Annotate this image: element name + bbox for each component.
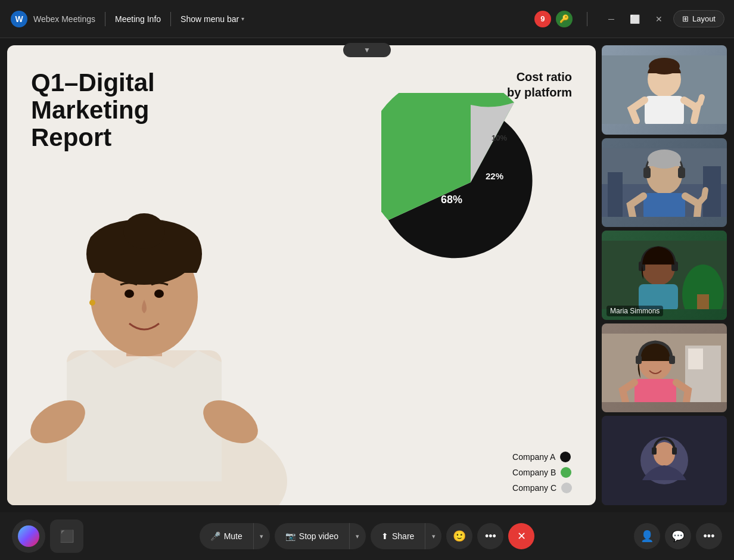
svg-rect-43 xyxy=(669,356,675,364)
toolbar-right-controls: 👤 💬 ••• xyxy=(634,523,722,549)
participants-icon: 👤 xyxy=(640,530,654,543)
more-icon: ••• xyxy=(485,530,496,543)
legend-company-c: Company C xyxy=(512,483,572,493)
svg-point-10 xyxy=(89,300,95,306)
thumbnail-3[interactable]: Maria Simmons xyxy=(602,231,727,320)
reactions-icon: 🙂 xyxy=(453,530,466,543)
stop-video-chevron[interactable]: ▾ xyxy=(349,523,366,549)
svg-rect-41 xyxy=(635,379,676,402)
mute-group: 🎤 Mute ▾ xyxy=(200,523,270,549)
svg-rect-47 xyxy=(652,447,657,455)
key-icon: 🔑 xyxy=(559,14,569,23)
legend-company-a: Company A xyxy=(512,452,572,462)
end-call-button[interactable]: ✕ xyxy=(508,523,534,549)
svg-point-9 xyxy=(154,290,164,298)
reactions-button[interactable]: 🙂 xyxy=(446,523,472,549)
legend-dot-a xyxy=(560,452,571,462)
svg-rect-18 xyxy=(645,96,684,124)
ai-assistant-button[interactable] xyxy=(12,519,45,553)
svg-rect-39 xyxy=(688,349,703,369)
layout-icon: ⊞ xyxy=(682,14,689,23)
presenter-image xyxy=(7,136,293,505)
more-right-button[interactable]: ••• xyxy=(696,523,722,549)
chevron-down-icon: ▾ xyxy=(241,15,244,22)
webex-logo-icon: W xyxy=(10,10,29,29)
camera-icon: 📷 xyxy=(285,531,296,541)
svg-text:22%: 22% xyxy=(486,171,503,181)
header-right: 9 🔑 ─ ⬜ ✕ ⊞ Layout xyxy=(534,10,724,29)
minimize-button[interactable]: ─ xyxy=(602,10,621,29)
header: W Webex Meetings Meeting Info Show menu … xyxy=(0,0,734,38)
collapse-bar: ▼ xyxy=(343,43,391,57)
legend-label-c: Company C xyxy=(512,483,556,493)
svg-rect-48 xyxy=(672,447,677,455)
collapse-button[interactable]: ▼ xyxy=(343,43,391,57)
main-content: Q1–DigitalMarketing Report Cost ratio by… xyxy=(0,38,734,512)
ai-assistant-icon xyxy=(18,525,39,547)
captions-icon: ⬛ xyxy=(60,529,74,543)
svg-point-7 xyxy=(123,213,165,249)
svg-text:W: W xyxy=(15,14,23,24)
more-options-button[interactable]: ••• xyxy=(477,523,503,549)
video-thumbnails-panel: Maria Simmons xyxy=(602,45,727,505)
presentation-area: Q1–DigitalMarketing Report Cost ratio by… xyxy=(7,45,596,505)
mute-button[interactable]: 🎤 Mute xyxy=(200,523,253,549)
thumbnail-2[interactable] xyxy=(602,138,727,228)
legend-company-b: Company B xyxy=(512,467,572,478)
share-icon: ⬆ xyxy=(381,531,388,541)
chart-legend: Company A Company B Company C xyxy=(512,452,572,493)
logo-area: W Webex Meetings xyxy=(10,10,95,29)
bottom-toolbar: ⬛ 🎤 Mute ▾ 📷 Stop video ▾ ⬆ Share ▾ xyxy=(0,512,734,560)
share-group: ⬆ Share ▾ xyxy=(371,523,441,549)
thumbnail-1[interactable] xyxy=(602,45,727,135)
svg-rect-42 xyxy=(636,356,642,364)
maximize-button[interactable]: ⬜ xyxy=(626,10,645,29)
app-title: Webex Meetings xyxy=(33,14,95,24)
legend-dot-c xyxy=(561,483,572,493)
mute-chevron[interactable]: ▾ xyxy=(253,523,270,549)
microphone-icon: 🎤 xyxy=(210,531,220,541)
legend-label-a: Company A xyxy=(512,452,555,462)
svg-point-46 xyxy=(654,442,675,466)
collapse-chevron-icon: ▼ xyxy=(363,46,371,54)
thumbnail-3-label: Maria Simmons xyxy=(607,306,663,316)
layout-button[interactable]: ⊞ Layout xyxy=(673,10,724,27)
slide-content: Q1–DigitalMarketing Report Cost ratio by… xyxy=(7,45,596,505)
pie-chart: 68% 22% 10% xyxy=(381,93,572,319)
legend-dot-b xyxy=(561,467,571,478)
svg-rect-26 xyxy=(643,167,651,178)
header-divider-1 xyxy=(105,12,105,26)
svg-rect-31 xyxy=(697,294,709,309)
svg-text:10%: 10% xyxy=(492,133,507,142)
notification-badge[interactable]: 9 xyxy=(534,11,551,27)
header-divider-2 xyxy=(170,12,171,26)
end-call-icon: ✕ xyxy=(517,530,526,543)
stop-video-button[interactable]: 📷 Stop video xyxy=(275,523,349,549)
share-button[interactable]: ⬆ Share xyxy=(371,523,425,549)
chat-button[interactable]: 💬 xyxy=(665,523,691,549)
captions-button[interactable]: ⬛ xyxy=(50,519,83,553)
stop-video-group: 📷 Stop video ▾ xyxy=(275,523,366,549)
svg-rect-25 xyxy=(643,193,685,217)
close-button[interactable]: ✕ xyxy=(649,10,668,29)
svg-rect-27 xyxy=(678,167,685,178)
more-right-icon: ••• xyxy=(704,530,715,543)
meeting-info-link[interactable]: Meeting Info xyxy=(115,14,161,24)
share-chevron[interactable]: ▾ xyxy=(425,523,441,549)
legend-label-b: Company B xyxy=(512,468,556,477)
slide-title: Q1–DigitalMarketing Report xyxy=(31,69,210,152)
header-divider-3 xyxy=(587,12,587,26)
show-menu-button[interactable]: Show menu bar ▾ xyxy=(181,14,244,24)
svg-point-8 xyxy=(125,290,134,298)
key-badge[interactable]: 🔑 xyxy=(556,11,573,27)
thumbnail-5[interactable] xyxy=(602,416,727,505)
participants-button[interactable]: 👤 xyxy=(634,523,660,549)
thumbnail-4[interactable] xyxy=(602,323,727,413)
svg-text:68%: 68% xyxy=(441,194,462,206)
svg-rect-22 xyxy=(608,172,623,217)
chat-icon: 💬 xyxy=(671,530,685,543)
